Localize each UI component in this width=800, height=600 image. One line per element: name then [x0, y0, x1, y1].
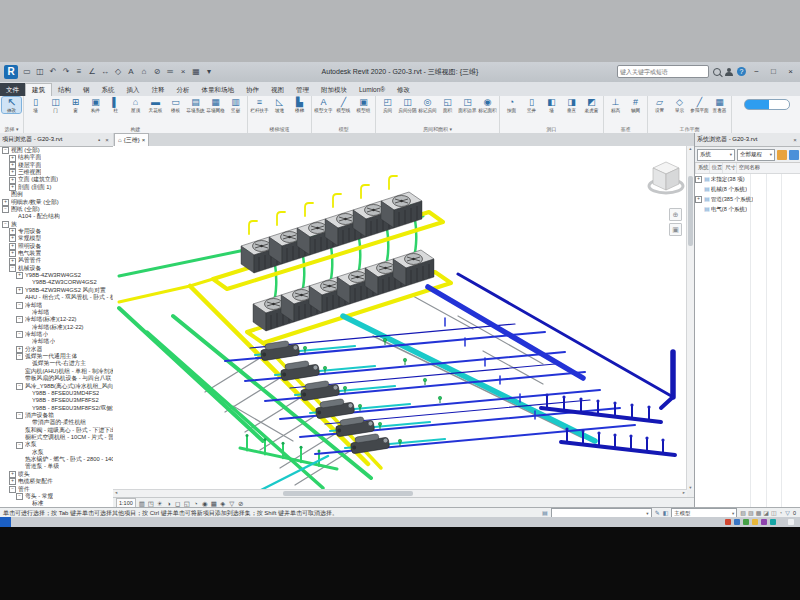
qat-button-measure[interactable]: ∠ [86, 66, 98, 78]
tree-item[interactable]: − 视图 (全部) [0, 147, 113, 154]
tree-item[interactable]: + 三维视图 [0, 169, 113, 176]
ribbon-button-wall[interactable]: ▯墙 [26, 97, 45, 113]
qat-button-default-3d-view[interactable]: ⌂ [138, 66, 150, 78]
help-search-input[interactable] [617, 65, 709, 78]
tree-item[interactable]: + 常规模型 [0, 235, 113, 242]
tree-item[interactable]: + 立面 (建筑立面) [0, 176, 113, 183]
tree-item[interactable]: − 图纸 (全部) [0, 206, 113, 213]
tool-button-expand-all[interactable] [777, 150, 787, 160]
revit-logo[interactable]: R [4, 65, 18, 79]
expander-icon[interactable]: − [16, 493, 23, 500]
ribbon-tab[interactable]: 附加模块 [315, 83, 353, 96]
tree-item[interactable]: 图例 [0, 191, 113, 198]
tree-item[interactable]: − 族 [0, 221, 113, 228]
sign-in-icon[interactable] [725, 68, 733, 76]
expander-icon[interactable]: + [9, 177, 16, 184]
ribbon-button-level[interactable]: ⊥标高 [606, 97, 625, 113]
tray-icon-tray-7[interactable] [779, 519, 785, 525]
start-button[interactable] [0, 517, 11, 527]
ribbon-tab[interactable]: 结构 [52, 83, 77, 96]
scroll-left-icon[interactable]: ◂ [115, 490, 117, 496]
expander-icon[interactable]: + [16, 272, 23, 279]
ribbon-tab[interactable]: 分析 [171, 83, 196, 96]
tray-icon-tray-3[interactable] [743, 519, 749, 525]
tree-item[interactable]: 橱柜式空调机组 - 10CM - 片式 - 普通型 - 100-175-CN [0, 434, 113, 441]
ribbon-button-ceiling[interactable]: ▬天花板 [146, 97, 165, 113]
tree-item[interactable]: Y98B - 8FSE0U3MF8FS2 [0, 397, 113, 404]
search-icon[interactable] [713, 68, 721, 76]
qat-button-tag[interactable]: ◇ [112, 66, 124, 78]
qat-button-undo[interactable]: ↶ [47, 66, 59, 78]
view-tab-close-icon[interactable]: × [142, 137, 146, 143]
ribbon-button-ref-plane[interactable]: ╱参照平面 [690, 97, 709, 113]
ribbon-button-component[interactable]: ▣构件 [86, 97, 105, 113]
ribbon-button-tag-room[interactable]: ◎标记房间 [418, 97, 437, 113]
tree-item[interactable]: + 分水器 [0, 346, 113, 353]
view-cube[interactable] [649, 162, 683, 193]
ribbon-tab[interactable]: 钢 [77, 83, 96, 96]
ribbon-button-area-boundary[interactable]: ◳面积边界 [458, 97, 477, 113]
expander-icon[interactable]: − [16, 383, 23, 390]
tree-item[interactable]: + 喷头 [0, 471, 113, 478]
chillers[interactable] [260, 339, 390, 454]
expander-icon[interactable]: − [9, 265, 16, 272]
expander-icon[interactable]: − [9, 486, 16, 493]
tree-item[interactable]: − 弯头 - 常规 [0, 493, 113, 500]
expander-icon[interactable]: + [9, 169, 16, 176]
ribbon-button-stair[interactable]: ▙楼梯 [290, 97, 309, 113]
expander-icon[interactable]: − [2, 147, 9, 154]
ribbon-button-model-text[interactable]: A模型文字 [314, 97, 333, 113]
steering-wheel-button[interactable]: ⊕ [669, 208, 682, 221]
tree-item[interactable]: 泵和阀 - 端吸离心 - 卧式 - 下进下出 [0, 427, 113, 434]
project-browser-header[interactable]: 项目浏览器 - G20-3.rvt ▪ × [0, 133, 113, 147]
expander-icon[interactable]: − [16, 442, 23, 449]
system-row[interactable]: + ▤ 未指定(38 项) [695, 174, 800, 184]
expander-icon[interactable]: + [695, 196, 702, 203]
expander-icon[interactable]: + [9, 258, 16, 265]
qat-button-print[interactable]: ≡ [73, 66, 85, 78]
ribbon-tab[interactable]: 系统 [96, 83, 121, 96]
pin-icon[interactable]: ▪ [95, 137, 103, 143]
tree-item[interactable]: − 机械设备 [0, 265, 113, 272]
ribbon-button-railing[interactable]: ≡栏杆扶手 [250, 97, 269, 113]
tree-item[interactable]: + 明细表/数量 (全部) [0, 199, 113, 206]
tree-item[interactable]: 冷却塔(标准)(12-22) [0, 324, 113, 331]
system-row[interactable]: ▤ 机械(8 个系统) [695, 184, 800, 194]
column-header[interactable]: 系统 [695, 163, 709, 173]
tree-item[interactable]: 带板风扇的风机设备 - 与四台八联 - 底部连接 [0, 375, 113, 382]
expander-icon[interactable]: − [2, 206, 9, 213]
ribbon-button-roof[interactable]: ⌂屋顶 [126, 97, 145, 113]
tree-item[interactable]: + 结构平面 [0, 154, 113, 161]
tree-item[interactable]: 弧焊第一代-右进方主 [0, 360, 113, 367]
ribbon-button-curtain-grid[interactable]: ▦幕墙网格 [206, 97, 225, 113]
ribbon-button-model-line[interactable]: ╱模型线 [334, 97, 353, 113]
ribbon-button-room-separator[interactable]: ◫房间分隔 [398, 97, 417, 113]
tray-icon-tray-2[interactable] [734, 519, 740, 525]
pan-zoom-button[interactable]: ▣ [669, 223, 682, 236]
tree-item[interactable]: − 管件 [0, 486, 113, 493]
view-tab-3d[interactable]: ⌂ {三维} × [114, 133, 149, 146]
expander-icon[interactable]: + [9, 478, 16, 485]
expander-icon[interactable]: + [9, 235, 16, 242]
expander-icon[interactable]: + [695, 176, 702, 183]
tree-item[interactable]: + 专用设备 [0, 228, 113, 235]
ribbon-button-shaft[interactable]: ▯竖井 [522, 97, 541, 113]
qat-button-close-hidden-windows[interactable]: × [177, 66, 189, 78]
expander-icon[interactable]: + [9, 162, 16, 169]
ribbon-tab[interactable]: 建筑 [25, 83, 52, 96]
expander-icon[interactable]: − [2, 221, 9, 228]
tree-item[interactable]: + 剖面 (剖面 1) [0, 184, 113, 191]
tree-item[interactable]: A104 - 配合结构 [0, 213, 113, 220]
expander-icon[interactable]: + [9, 243, 16, 250]
ribbon-tab[interactable]: 注释 [146, 83, 171, 96]
maximize-button[interactable]: □ [767, 67, 780, 76]
horizontal-scrollbar[interactable]: ◂ ▸ [113, 489, 687, 497]
ribbon-tab[interactable]: 文件 [0, 83, 25, 96]
expander-icon[interactable]: − [16, 316, 23, 323]
tree-item[interactable]: AHU - 组合式 - 双风管机 - 卧式 - 机组 - 2000 - 59..… [0, 294, 113, 301]
vertical-scrollbar[interactable]: ▴ ▾ [686, 146, 694, 490]
tree-item[interactable]: 带消声器的-柔性机组 [0, 419, 113, 426]
column-header[interactable]: 位置 [709, 163, 723, 173]
ribbon-tab[interactable]: Lumion® [353, 83, 391, 96]
ribbon-button-dormer[interactable]: ◩老虎窗 [582, 97, 601, 113]
